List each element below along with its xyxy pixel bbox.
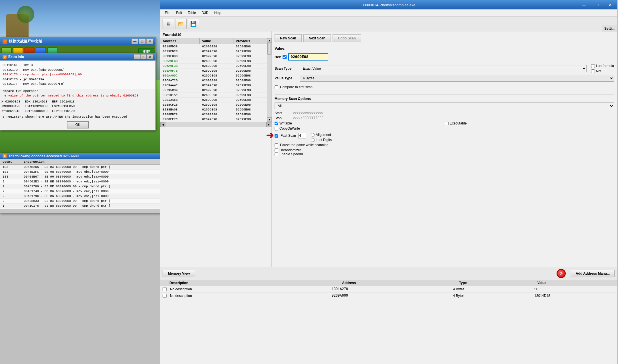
results-row-14[interactable]: 0288EB7802699E9802699E98 <box>160 112 267 117</box>
results-row-12[interactable]: 0288CF1802699E9802699E98 <box>160 102 267 107</box>
opcode-row-2: 18300408B67 - 8B 90 68070000 - mov edx,[… <box>0 174 160 179</box>
opcode-instruction-8: 0041C176 - 83 B8 68070000 00 - cmp dword… <box>21 204 160 208</box>
executable-checkbox[interactable] <box>445 122 449 125</box>
scroll-thumb[interactable] <box>267 43 271 55</box>
stop-scan-button[interactable]: ⊘ <box>556 268 566 279</box>
settings-area[interactable]: Setti... <box>602 25 617 32</box>
pvz-titlebar-controls[interactable]: — □ ✕ <box>131 39 153 44</box>
ce-title-controls[interactable]: — □ ✕ <box>577 0 617 9</box>
scroll-right-arrow[interactable]: ► <box>266 122 271 127</box>
extra-info-minimize[interactable]: — <box>134 54 140 59</box>
scroll-up-arrow[interactable]: ▲ <box>267 38 272 43</box>
code-line-5: 0041C17F - mov ecx,[eax+000007F8] <box>3 82 153 87</box>
result-prev-9: 02699E98 <box>233 88 267 92</box>
opcode-count-5: 2 <box>0 189 21 194</box>
add-address-button[interactable]: Add Address Manu... <box>571 270 615 277</box>
results-row-13[interactable]: 0288EA0802699E9802699E98 <box>160 107 267 112</box>
compare-first-checkbox[interactable] <box>275 85 278 89</box>
menu-table[interactable]: Table <box>185 10 198 16</box>
not-checkbox[interactable] <box>591 69 595 73</box>
opcode-scroll-area[interactable]: Count Instruction 1830045B265 - 83 BA 68… <box>0 159 160 213</box>
result-val-7: 02699E98 <box>200 78 233 83</box>
results-row-11[interactable]: 02812A6802699E9802699E98 <box>160 98 267 102</box>
memory-scope-select[interactable]: All Writable Image <box>275 102 614 109</box>
results-row-4[interactable]: 006A9F3802699E9802699E98 <box>160 64 267 69</box>
ce-minimize-btn[interactable]: — <box>577 0 591 9</box>
unrandomize-checkbox[interactable] <box>275 148 278 152</box>
addr-desc-1: No description <box>170 294 330 298</box>
cheat-engine-window: 00003014-PlantsVsZombies.exe — □ ✕ File … <box>160 0 617 364</box>
opcode-count-6: 2 <box>0 194 21 199</box>
menu-file[interactable]: File <box>163 10 173 16</box>
fast-scan-value[interactable] <box>298 133 306 138</box>
results-row-7[interactable]: 0269A7C002699E9802699E98 <box>160 78 267 83</box>
alignment-radio[interactable] <box>311 133 315 137</box>
addr-active-1[interactable] <box>163 294 167 298</box>
hex-checkbox[interactable] <box>283 55 287 59</box>
results-row-2[interactable]: 0019FDD002699E9802699E98 <box>160 54 267 59</box>
lua-formula-checkbox[interactable] <box>591 64 595 68</box>
opcode-row-7: 200488533 - 83 BA 68070000 00 - cmp dwor… <box>0 199 160 204</box>
next-scan-button[interactable]: Next Scan <box>303 34 331 42</box>
col-previous[interactable]: Previous <box>233 38 267 44</box>
menu-help[interactable]: Help <box>212 10 224 16</box>
results-row-8[interactable]: 0269AA4C02699E9802699E98 <box>160 83 267 88</box>
last-digits-radio[interactable] <box>311 138 315 142</box>
results-row-3[interactable]: 006A9EC002699E9802699E98 <box>160 59 267 64</box>
result-prev-10: 02699E98 <box>233 93 267 97</box>
ok-button[interactable]: OK <box>67 121 89 128</box>
extra-info-controls[interactable]: — □ ✕ <box>134 54 153 59</box>
value-type-select[interactable]: 4 Bytes 2 Bytes 1 Byte 8 Bytes Float Dou… <box>300 75 614 82</box>
menu-d3d[interactable]: D3D <box>199 10 211 16</box>
speedhack-checkbox[interactable] <box>275 152 278 156</box>
extra-info-maximize[interactable]: □ <box>140 54 147 59</box>
results-row-0[interactable]: 0019FD3802699E9802699E98 <box>160 44 267 49</box>
toolbar-save-btn[interactable]: 💾 <box>188 19 199 29</box>
undo-scan-button[interactable]: Undo Scan <box>333 34 361 42</box>
pvz-close-btn[interactable]: ✕ <box>146 39 153 44</box>
result-prev-12: 02699E98 <box>233 102 267 107</box>
results-row-6[interactable]: 006AA00C02699E9802699E98 <box>160 73 267 78</box>
ce-title: 00003014-PlantsVsZombies.exe <box>362 3 415 7</box>
addr-active-0[interactable] <box>163 287 167 291</box>
pvz-minimize-btn[interactable]: — <box>131 39 138 44</box>
fast-scan-checkbox[interactable] <box>275 134 278 138</box>
toolbar-open-btn[interactable]: 📂 <box>175 19 187 29</box>
h-scroll-track[interactable] <box>165 122 266 127</box>
toolbar-monitor-btn[interactable]: 🖥 <box>163 19 174 29</box>
ce-close-btn[interactable]: ✕ <box>604 0 617 9</box>
new-scan-button[interactable]: New Scan <box>275 34 302 42</box>
scroll-track[interactable] <box>267 43 271 117</box>
col-value[interactable]: Value <box>200 38 233 44</box>
result-val-9: 02699E98 <box>200 88 233 92</box>
scroll-left-arrow[interactable]: ◄ <box>160 122 165 127</box>
col-address[interactable]: Address <box>160 38 200 44</box>
col-instruction: Instruction <box>21 159 160 165</box>
scan-type-select[interactable]: Exact Value Bigger than... Smaller than.… <box>300 65 587 72</box>
results-row-10[interactable]: 028101A402699E9802699E98 <box>160 93 267 98</box>
results-row-9[interactable]: 02795C3402699E9802699E98 <box>160 88 267 93</box>
pause-game-checkbox[interactable] <box>275 143 278 147</box>
menu-edit[interactable]: Edit <box>174 10 184 16</box>
writable-checkbox[interactable] <box>275 122 278 125</box>
opcode-instruction-0: 0045B265 - 83 BA 68070000 00 - cmp dword… <box>21 165 160 170</box>
result-prev-13: 02699E98 <box>233 107 267 112</box>
monitor-icon: 🖥 <box>166 21 171 27</box>
results-scrollbar[interactable]: ▲ ▼ <box>267 38 271 122</box>
results-row-5[interactable]: 006A9F7802699E9802699E98 <box>160 69 267 73</box>
col-count: Count <box>0 159 21 165</box>
opcode-scrollbar[interactable] <box>0 209 160 213</box>
opcode-titlebar: ⚙ The following opcodes accessed 0269A60… <box>0 153 160 159</box>
results-row-15[interactable]: 0288EF7C02699E9802699E98 <box>160 117 267 122</box>
memory-view-button[interactable]: Memory View <box>163 270 195 277</box>
cow-checkbox[interactable] <box>275 127 278 130</box>
opcode-count-7: 2 <box>0 199 21 204</box>
pvz-maximize-btn[interactable]: □ <box>139 39 146 44</box>
ce-maximize-btn[interactable]: □ <box>591 0 604 9</box>
scroll-down-arrow[interactable]: ▼ <box>267 117 272 122</box>
results-row-1[interactable]: 0019FDC802699E9802699E98 <box>160 49 267 54</box>
extra-info-close[interactable]: ✕ <box>147 54 153 59</box>
results-h-scrollbar[interactable]: ◄ ► <box>160 122 271 127</box>
results-body[interactable]: 0019FD3802699E9802699E980019FDC802699E98… <box>160 44 267 122</box>
hex-value-input[interactable] <box>288 53 328 61</box>
